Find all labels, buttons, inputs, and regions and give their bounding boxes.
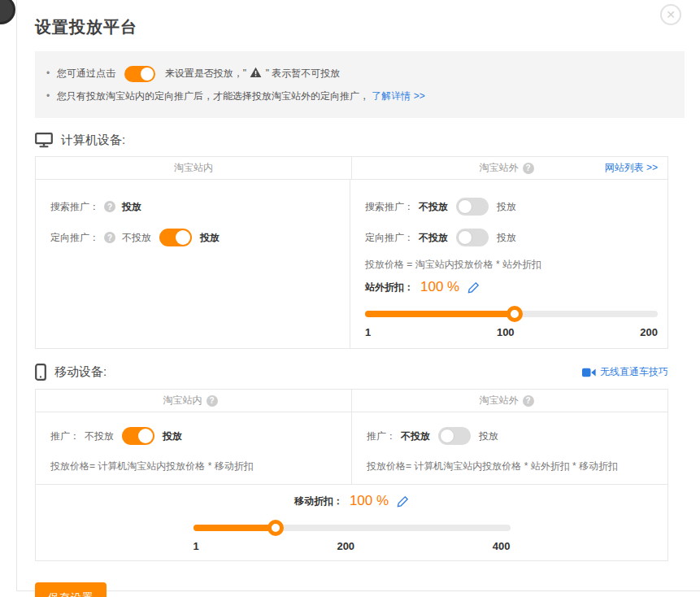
computer-platform-table: 淘宝站内 淘宝站外 ? 网站列表 >> 搜索推广： ? 投放 定向推广： [35, 156, 668, 349]
toggle-knob [458, 230, 472, 245]
help-icon[interactable]: ? [104, 232, 115, 243]
help-icon[interactable]: ? [523, 163, 534, 174]
help-icon[interactable]: ? [104, 201, 115, 212]
video-icon [582, 368, 596, 377]
toggle-knob [440, 429, 454, 443]
slider-knob[interactable] [507, 306, 523, 322]
offsite-discount-slider[interactable] [365, 306, 658, 322]
computer-icon [35, 133, 53, 148]
offsite-search-toggle[interactable] [456, 198, 489, 216]
mobile-onsite-promo-row: 推广： 不投放 投放 [50, 424, 341, 448]
page-title: 设置投放平台 [35, 16, 700, 38]
notice-box: 您可通过点击 来设置是否投放，" " 表示暂不可投放 您只有投放淘宝站内的定向推… [35, 51, 685, 118]
edit-icon[interactable] [397, 495, 409, 508]
mobile-slider-scale: 1 200 400 [193, 540, 511, 552]
set-platform-dialog: ✕ 设置投放平台 您可通过点击 来设置是否投放，" " 表示暂不可投放 您只有投 [16, 0, 700, 591]
computer-offsite-header: 淘宝站外 ? 网站列表 >> [351, 157, 667, 179]
toggle-knob [138, 429, 153, 443]
close-icon[interactable]: ✕ [660, 4, 681, 25]
notice-item-prereq: 您只有投放淘宝站内的定向推广后，才能选择投放淘宝站外的定向推广， 了解详情 >> [35, 85, 685, 107]
edit-icon[interactable] [467, 281, 480, 294]
onsite-search-row: 搜索推广： ? 投放 [50, 191, 340, 222]
wireless-tips-link[interactable]: 无线直通车技巧 [600, 365, 668, 379]
offsite-discount-value: 100 % [420, 279, 459, 295]
toggle-knob [458, 199, 472, 214]
example-toggle[interactable] [124, 66, 155, 82]
toggle-knob [141, 68, 154, 81]
warning-icon [250, 67, 262, 78]
computer-onsite-cell: 搜索推广： ? 投放 定向推广： ? 不投放 投放 [36, 180, 350, 348]
mobile-section-title: 移动设备: [35, 364, 107, 381]
mobile-discount-row: 移动折扣： 100 % 1 200 400 [36, 484, 667, 560]
help-icon[interactable]: ? [207, 395, 218, 407]
offsite-slider-scale: 1 100 200 [365, 326, 658, 338]
background-page-icon [0, 0, 15, 24]
save-settings-button[interactable]: 保存设置 [35, 582, 107, 597]
mobile-offsite-formula: 投放价格= 计算机淘宝站内投放价格 * 站外折扣 * 移动折扣 [367, 460, 658, 473]
mobile-discount-value: 100 % [350, 493, 389, 509]
mobile-onsite-formula: 投放价格= 计算机淘宝站内投放价格 * 移动折扣 [50, 460, 341, 473]
mobile-icon [35, 364, 46, 381]
computer-section-title: 计算机设备: [35, 133, 125, 148]
computer-onsite-header: 淘宝站内 [36, 157, 351, 179]
mobile-onsite-header: 淘宝站内 ? [36, 390, 351, 412]
mobile-offsite-cell: 推广： 不投放 投放 投放价格= 计算机淘宝站内投放价格 * 站外折扣 * 移动… [351, 412, 667, 484]
onsite-search-value: 投放 [122, 200, 141, 214]
mobile-offsite-toggle[interactable] [438, 427, 471, 445]
mobile-offsite-header: 淘宝站外 ? [351, 390, 667, 412]
mobile-onsite-cell: 推广： 不投放 投放 投放价格= 计算机淘宝站内投放价格 * 移动折扣 [36, 412, 351, 484]
toggle-knob [176, 230, 190, 245]
mobile-discount-slider[interactable] [193, 520, 511, 536]
notice-item-toggle-hint: 您可通过点击 来设置是否投放，" " 表示暂不可投放 [35, 63, 685, 84]
learn-more-link[interactable]: 了解详情 >> [372, 90, 424, 102]
offsite-target-row: 定向推广： 不投放 投放 [365, 222, 658, 253]
offsite-target-toggle[interactable] [456, 229, 489, 246]
mobile-onsite-toggle[interactable] [122, 427, 154, 445]
onsite-target-toggle[interactable] [159, 229, 192, 246]
mobile-offsite-promo-row: 推广： 不投放 投放 [367, 424, 658, 448]
site-list-link[interactable]: 网站列表 >> [605, 161, 658, 175]
slider-fill [193, 525, 276, 531]
offsite-price-formula: 投放价格 = 淘宝站内投放价格 * 站外折扣 [365, 258, 658, 271]
computer-offsite-cell: 搜索推广： 不投放 投放 定向推广： 不投放 投放 投放价格 = 淘宝站内投放价… [350, 180, 667, 348]
help-icon[interactable]: ? [523, 395, 534, 407]
mobile-platform-table: 淘宝站内 ? 淘宝站外 ? 推广： 不投放 投放 投放价格= 计算机淘宝站内投 [35, 389, 668, 561]
mobile-discount-label: 移动折扣： [294, 495, 343, 508]
offsite-search-row: 搜索推广： 不投放 投放 [365, 191, 658, 222]
onsite-target-row: 定向推广： ? 不投放 投放 [50, 222, 340, 253]
slider-knob[interactable] [267, 520, 284, 536]
slider-fill [365, 311, 515, 317]
offsite-discount-label: 站外折扣： [365, 281, 414, 294]
